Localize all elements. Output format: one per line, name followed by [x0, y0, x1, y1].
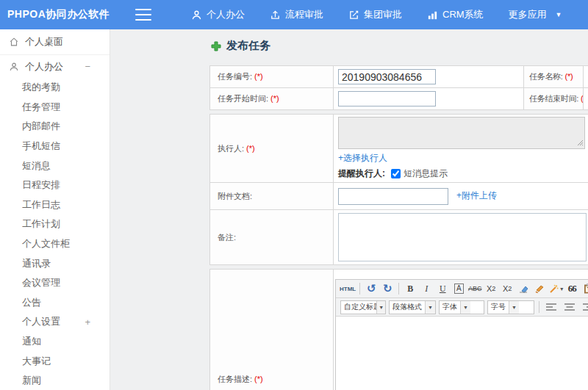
rich-text-editor: HTML ↺ ↻ B I U A ABC [335, 279, 588, 390]
undo-button[interactable]: ↺ [364, 281, 379, 296]
executor-textarea[interactable] [338, 117, 585, 149]
align-center-button[interactable] [564, 303, 576, 312]
nav-personal-office[interactable]: 个人办公 [191, 8, 245, 21]
start-time-input[interactable] [338, 91, 436, 106]
align-right-button[interactable] [583, 303, 588, 312]
editor-content-area[interactable] [336, 317, 588, 390]
nav-more-apps[interactable]: 更多应用 ▼ [509, 8, 562, 21]
underline-button[interactable]: U [435, 281, 450, 296]
align-center-icon [564, 303, 576, 312]
paragraph-format-select[interactable]: 段落格式▼ [389, 300, 436, 314]
end-time-label: 任务结束时间:(*) [524, 88, 584, 110]
task-no-input[interactable] [338, 69, 436, 84]
sidebar-item-internal-mail[interactable]: 内部邮件 [0, 117, 110, 137]
home-icon [9, 37, 19, 47]
attachment-input[interactable] [338, 188, 448, 205]
sidebar-item-sms[interactable]: 手机短信 [0, 137, 110, 156]
edit-icon [348, 10, 359, 21]
user-icon [9, 62, 19, 72]
resize-grip-icon[interactable] [577, 139, 584, 148]
attachment-label: 附件文档: [210, 183, 334, 210]
task-description-table: 任务描述:(*) HTML ↺ ↻ B I [209, 269, 588, 390]
sidebar-item-short-message[interactable]: 短消息 [0, 156, 110, 176]
sidebar-item-work-plan[interactable]: 工作计划 [0, 214, 110, 234]
align-right-icon [583, 303, 588, 312]
redo-button[interactable]: ↻ [380, 281, 395, 296]
sidebar-item-meeting[interactable]: 会议管理 [0, 273, 110, 293]
table-row: 附件文档: +附件上传 [210, 183, 588, 210]
font-size-select[interactable]: 字号▼ [487, 300, 534, 314]
chevron-down-icon: ▼ [556, 11, 562, 18]
sidebar-item-notice[interactable]: 通知 [0, 332, 110, 352]
chevron-down-icon: ▼ [460, 301, 470, 314]
user-icon [191, 10, 202, 21]
sidebar-item-news[interactable]: 新闻 [0, 371, 110, 390]
start-time-label: 任务开始时间:(*) [210, 88, 334, 110]
description-label: 任务描述:(*) [210, 270, 334, 390]
task-detail-table: 执行人:(*) +选择执行人 提醒执行人: 短消息提 [209, 114, 588, 265]
sidebar-item-announcement[interactable]: 公告 [0, 293, 110, 313]
attachment-upload-link[interactable]: +附件上传 [456, 190, 497, 201]
sidebar-group-personal-office[interactable]: 个人办公 − [0, 55, 110, 78]
expand-icon[interactable]: + [85, 317, 90, 328]
nav-crm-system[interactable]: CRM系统 [427, 8, 484, 21]
bold-button[interactable]: B [403, 281, 417, 296]
sms-remind-text: 短消息提示 [404, 167, 448, 180]
brand-logo[interactable]: PHPOA协同办公软件 [0, 8, 110, 21]
nav-label: 流程审批 [285, 8, 323, 21]
strikethrough-button[interactable]: ABC [467, 281, 482, 296]
hamburger-menu-icon[interactable] [135, 9, 151, 21]
nav-label: 个人办公 [207, 8, 245, 21]
sidebar-item-events[interactable]: 大事记 [0, 351, 110, 371]
chevron-down-icon: ▼ [425, 301, 435, 314]
top-nav: 个人办公 流程审批 集团审批 CRM系统 更多应用 ▼ [166, 8, 562, 21]
table-row: 任务编号:(*) 任务名称:(*) [210, 66, 588, 88]
nav-workflow-approval[interactable]: 流程审批 [270, 8, 323, 21]
subscript-button[interactable]: X2 [500, 281, 514, 296]
choose-executor-link[interactable]: +选择执行人 [338, 153, 387, 163]
main-content: 发布任务 任务编号:(*) 任务名称:(*) 任务开始时间:(*) [110, 29, 588, 390]
table-row: 任务开始时间:(*) 任务结束时间:(*) [210, 88, 588, 110]
sidebar-item-work-log[interactable]: 工作日志 [0, 195, 110, 215]
sms-remind-checkbox[interactable] [391, 169, 401, 178]
sidebar-item-desktop[interactable]: 个人桌面 [0, 29, 110, 55]
superscript-button[interactable]: X2 [484, 281, 498, 296]
format-brush-button[interactable] [532, 281, 547, 296]
autotypeset-button[interactable]: ▾ [548, 281, 563, 296]
bar-chart-icon [427, 10, 438, 21]
clipboard-icon: T [584, 284, 588, 294]
sidebar-item-schedule[interactable]: 日程安排 [0, 176, 110, 195]
sidebar-item-file-cabinet[interactable]: 个人文件柜 [0, 234, 110, 254]
page-body: 个人桌面 个人办公 − 我的考勤 任务管理 内部邮件 手机短信 短消息 日程安排… [0, 29, 588, 390]
collapse-icon[interactable]: − [85, 61, 90, 72]
app-window: PHPOA协同办公软件 个人办公 流程审批 集团审批 CRM系统 更多应用 ▼ [0, 0, 588, 390]
table-row: 执行人:(*) +选择执行人 提醒执行人: 短消息提 [210, 115, 588, 183]
sidebar-item-attendance[interactable]: 我的考勤 [0, 78, 110, 98]
task-no-label: 任务编号:(*) [210, 66, 334, 88]
blockquote-button[interactable]: 66 [564, 281, 579, 296]
memo-textarea[interactable] [338, 213, 587, 261]
magic-wand-icon [548, 284, 559, 294]
nav-group-approval[interactable]: 集团审批 [348, 8, 402, 21]
process-icon [270, 10, 281, 21]
font-family-select[interactable]: 字体▼ [439, 300, 484, 314]
chevron-down-icon: ▼ [509, 301, 519, 314]
eraser-button[interactable] [516, 281, 531, 296]
nav-label: 集团审批 [364, 8, 402, 21]
font-border-button[interactable]: A [451, 281, 466, 296]
sidebar-item-personal-settings[interactable]: 个人设置+ [0, 312, 110, 332]
align-left-button[interactable] [546, 303, 557, 312]
task-basic-table: 任务编号:(*) 任务名称:(*) 任务开始时间:(*) 任务结束时间:(*) [209, 65, 588, 110]
custom-title-select[interactable]: 自定义标题▼ [340, 300, 386, 314]
html-source-button[interactable]: HTML [340, 281, 356, 296]
sidebar-item-task-manage[interactable]: 任务管理 [0, 98, 110, 118]
nav-label: 更多应用 [509, 8, 547, 21]
sidebar-group-label: 个人办公 [25, 60, 63, 73]
sidebar-item-contacts[interactable]: 通讯录 [0, 253, 110, 273]
brush-icon [534, 284, 545, 294]
paste-text-button[interactable]: T [581, 281, 588, 296]
eraser-icon [518, 284, 528, 293]
table-row: 任务描述:(*) HTML ↺ ↻ B I [210, 270, 588, 390]
chevron-down-icon: ▾ [560, 286, 563, 292]
italic-button[interactable]: I [419, 281, 434, 296]
